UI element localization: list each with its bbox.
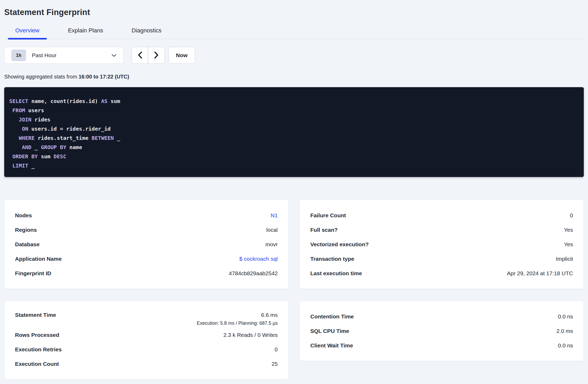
row-value: local <box>266 227 278 233</box>
row-label: Fingerprint ID <box>15 270 51 277</box>
chevron-right-icon <box>154 51 159 60</box>
row-subvalue: Execution: 5.8 ms / Planning: 687.5 µs <box>197 321 278 326</box>
row-label: Contention Time <box>310 313 354 320</box>
table-row: Client Wait Time 0.0 ns <box>300 338 584 353</box>
row-value: 25 <box>272 361 278 367</box>
time-range-label: Past Hour <box>32 52 111 58</box>
sql-line: FROM users <box>9 106 579 115</box>
row-value: 2.3 k Reads / 0 Writes <box>223 332 278 338</box>
table-row: Vectorized execution? Yes <box>300 237 584 252</box>
table-row: Last execution time Apr 29, 2024 at 17:1… <box>300 266 584 280</box>
row-label: Application Name <box>15 256 62 262</box>
application-name-link[interactable]: $ cockroach sql <box>239 256 278 262</box>
row-label: Statement Time <box>15 312 56 318</box>
time-step-buttons <box>132 47 165 64</box>
row-label: Client Wait Time <box>310 342 353 349</box>
table-row: Statement Time 6.6 ms Execution: 5.8 ms … <box>4 309 288 328</box>
row-value: Yes <box>564 241 573 248</box>
row-label: Execution Retries <box>15 346 62 353</box>
row-value: 0.0 ns <box>558 313 573 320</box>
prev-time-button[interactable] <box>132 47 148 63</box>
next-time-button[interactable] <box>148 47 165 63</box>
row-value: 0.0 ns <box>558 342 573 349</box>
row-value-group: 6.6 ms Execution: 5.8 ms / Planning: 687… <box>197 312 278 326</box>
row-label: Transaction type <box>310 256 354 262</box>
time-range-badge: 1h <box>11 50 26 61</box>
row-label: Nodes <box>15 212 32 219</box>
table-row: Regions local <box>4 223 288 237</box>
chevron-down-icon <box>111 54 117 57</box>
row-value: 0 <box>570 212 573 219</box>
table-row: Rows Processed 2.3 k Reads / 0 Writes <box>4 328 288 342</box>
nodes-link[interactable]: N1 <box>271 212 278 219</box>
table-row: Failure Count 0 <box>300 208 584 223</box>
now-button[interactable]: Now <box>168 47 195 64</box>
table-row: Database movr <box>4 237 288 252</box>
execution-attributes-card: Failure Count 0 Full scan? Yes Vectorize… <box>300 200 584 289</box>
row-value: 6.6 ms <box>197 312 278 318</box>
time-range-dropdown[interactable]: 1h Past Hour <box>4 47 124 64</box>
sql-line: ORDER BY sum DESC <box>9 152 579 161</box>
row-label: Vectorized execution? <box>310 241 369 248</box>
row-value: Apr 29, 2024 at 17:18 UTC <box>507 270 573 277</box>
stats-summary: Showing aggregated stats from 16:00 to 1… <box>4 74 584 80</box>
stats-summary-range: 16:00 to 17:22 (UTC) <box>78 74 129 80</box>
row-value: 0 <box>275 346 278 353</box>
row-label: Last execution time <box>310 270 362 277</box>
page-content: Statement Fingerprint Overview Explain P… <box>0 0 588 380</box>
chevron-left-icon <box>138 51 142 60</box>
table-row: Nodes N1 <box>4 208 288 223</box>
sql-line: AND _ GROUP BY name <box>9 143 579 152</box>
tab-explain-plans[interactable]: Explain Plans <box>61 27 110 39</box>
table-row: Application Name $ cockroach sql <box>4 252 288 266</box>
tab-bar: Overview Explain Plans Diagnostics <box>4 27 584 39</box>
tab-diagnostics[interactable]: Diagnostics <box>124 27 169 39</box>
summary-cards: Nodes N1 Regions local Database movr App… <box>4 200 584 380</box>
row-label: Database <box>15 241 39 248</box>
wait-times-card: Contention Time 0.0 ns SQL CPU Time 2.0 … <box>300 301 584 361</box>
table-row: Execution Retries 0 <box>4 342 288 357</box>
table-row: SQL CPU Time 2.0 ms <box>300 324 584 338</box>
row-label: Execution Count <box>15 361 59 367</box>
row-value: movr <box>265 241 278 248</box>
time-picker-row: 1h Past Hour Now <box>4 47 584 64</box>
sql-line: LIMIT _ <box>9 161 579 170</box>
row-label: Rows Processed <box>15 332 59 338</box>
sql-line: JOIN rides <box>9 115 579 124</box>
page-title: Statement Fingerprint <box>4 0 584 17</box>
tab-overview[interactable]: Overview <box>8 27 47 39</box>
sql-statement-block: SELECT name, count(rides.id) AS sum FROM… <box>4 87 584 177</box>
row-label: Regions <box>15 227 37 233</box>
row-value: 4784cb829aab2542 <box>229 270 278 277</box>
table-row: Full scan? Yes <box>300 223 584 237</box>
table-row: Contention Time 0.0 ns <box>300 309 584 324</box>
statement-times-card: Statement Time 6.6 ms Execution: 5.8 ms … <box>4 301 288 380</box>
sql-line: WHERE rides.start_time BETWEEN _ <box>9 134 579 143</box>
statement-details-card: Nodes N1 Regions local Database movr App… <box>4 200 288 289</box>
stats-summary-prefix: Showing aggregated stats from <box>4 74 78 80</box>
table-row: Transaction type Implicit <box>300 252 584 266</box>
sql-line: ON users.id = rides.rider_id <box>9 124 579 134</box>
table-row: Fingerprint ID 4784cb829aab2542 <box>4 266 288 280</box>
row-label: SQL CPU Time <box>310 328 349 334</box>
sql-line: SELECT name, count(rides.id) AS sum <box>9 97 579 106</box>
row-label: Full scan? <box>310 227 338 233</box>
row-value: Yes <box>564 227 573 233</box>
row-value: Implicit <box>556 256 573 262</box>
table-row: Execution Count 25 <box>4 357 288 371</box>
row-value: 2.0 ms <box>556 328 573 334</box>
row-label: Failure Count <box>310 212 346 219</box>
